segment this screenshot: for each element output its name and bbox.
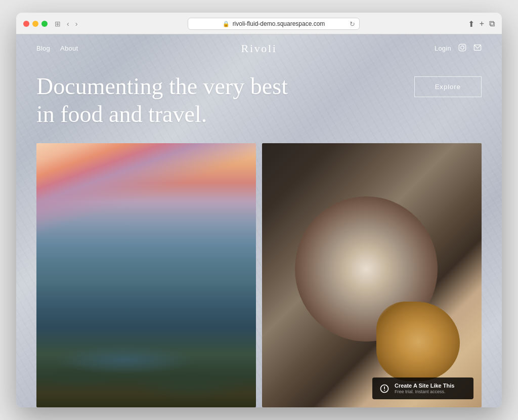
tab-manager-icon[interactable]: ⧉: [489, 19, 495, 28]
squarespace-badge-title: Create A Site Like This: [395, 383, 454, 389]
svg-rect-0: [459, 44, 465, 51]
maximize-button[interactable]: [41, 21, 48, 27]
site-navigation: Blog About Rivoli Login: [16, 34, 502, 62]
svg-point-2: [464, 46, 464, 46]
nav-link-login[interactable]: Login: [435, 45, 451, 52]
coffee-image: Create A Site Like This Free trial. Inst…: [262, 143, 482, 407]
url-text: rivoli-fluid-demo.squarespace.com: [233, 20, 325, 27]
instagram-icon[interactable]: [458, 44, 466, 53]
hero-content: Documenting the very best in food and tr…: [16, 62, 502, 143]
nav-link-about[interactable]: About: [60, 45, 78, 52]
traffic-lights: [23, 21, 48, 27]
hero-section: Blog About Rivoli Login: [16, 34, 502, 407]
squarespace-badge[interactable]: Create A Site Like This Free trial. Inst…: [372, 377, 473, 399]
images-grid: Create A Site Like This Free trial. Inst…: [16, 143, 502, 407]
hero-headline: Documenting the very best in food and tr…: [36, 72, 310, 128]
browser-actions: ⬆ + ⧉: [468, 19, 495, 29]
add-tab-icon[interactable]: +: [480, 19, 484, 28]
squarespace-badge-subtitle: Free trial. Instant access.: [395, 389, 454, 394]
minimize-button[interactable]: [32, 21, 38, 27]
sidebar-toggle-icon[interactable]: ⊞: [53, 19, 63, 29]
nav-link-blog[interactable]: Blog: [36, 45, 50, 52]
nav-right: Login: [435, 44, 482, 53]
browser-controls: ⊞ ‹ ›: [53, 19, 79, 29]
squarespace-badge-text: Create A Site Like This Free trial. Inst…: [395, 383, 454, 394]
website: Blog About Rivoli Login: [16, 34, 502, 407]
email-icon[interactable]: [473, 44, 482, 53]
address-bar-wrap: 🔒 rivoli-fluid-demo.squarespace.com ↻: [84, 18, 462, 30]
site-brand[interactable]: Rivoli: [241, 42, 277, 55]
coastal-image: [36, 143, 256, 407]
svg-point-1: [461, 46, 464, 50]
lock-icon: 🔒: [223, 21, 230, 27]
close-button[interactable]: [23, 21, 29, 27]
explore-button[interactable]: Explore: [414, 76, 482, 97]
address-bar[interactable]: 🔒 rivoli-fluid-demo.squarespace.com ↻: [188, 18, 360, 30]
nav-left: Blog About: [36, 45, 78, 52]
back-button[interactable]: ‹: [65, 19, 71, 29]
reload-icon[interactable]: ↻: [350, 20, 355, 28]
squarespace-logo-icon: [379, 384, 390, 394]
forward-button[interactable]: ›: [73, 19, 80, 29]
share-icon[interactable]: ⬆: [468, 19, 474, 29]
browser-chrome: ⊞ ‹ › 🔒 rivoli-fluid-demo.squarespace.co…: [16, 13, 502, 34]
browser-window: ⊞ ‹ › 🔒 rivoli-fluid-demo.squarespace.co…: [16, 13, 502, 407]
